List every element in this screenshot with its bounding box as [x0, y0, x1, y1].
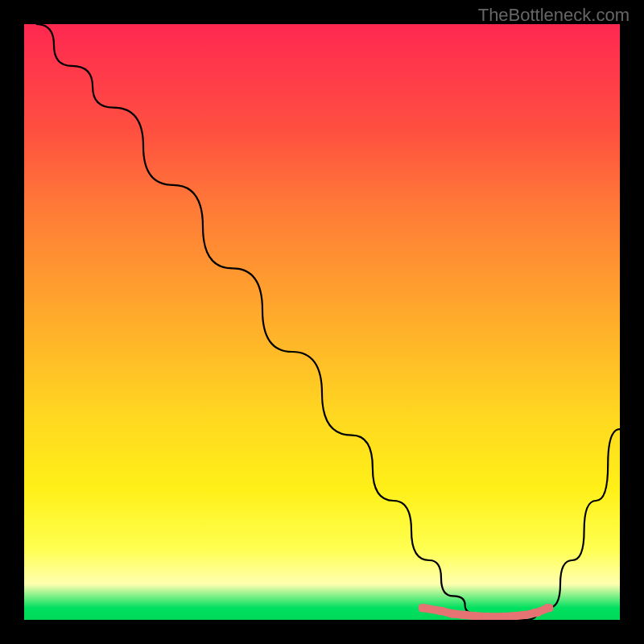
svg-rect-5	[484, 613, 493, 620]
watermark-text: TheBottleneck.com	[478, 5, 630, 26]
chart-svg	[24, 24, 620, 620]
curve-line	[36, 24, 620, 620]
svg-rect-8	[520, 611, 530, 619]
svg-rect-1	[436, 607, 446, 615]
svg-rect-9	[531, 609, 541, 617]
bottom-markers	[419, 604, 553, 620]
svg-rect-2	[448, 610, 458, 618]
plot-area	[24, 24, 620, 620]
svg-rect-0	[419, 604, 428, 612]
svg-rect-10	[543, 604, 553, 612]
svg-rect-4	[472, 613, 481, 620]
svg-rect-3	[460, 611, 470, 619]
svg-rect-7	[508, 613, 518, 620]
svg-rect-6	[496, 613, 506, 620]
